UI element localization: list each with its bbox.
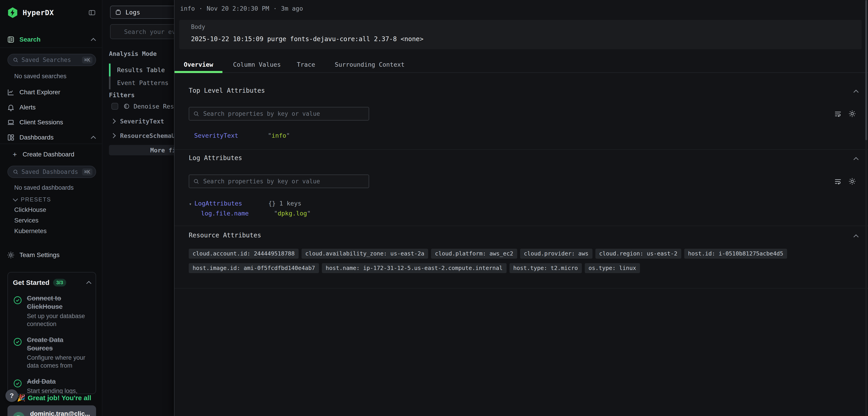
- filter-group-resourceschemaurl[interactable]: ResourceSchemaUrl: [112, 131, 182, 140]
- logs-source-icon: [115, 8, 122, 16]
- get-started-step-sources[interactable]: Create Data Sources Configure where your…: [13, 336, 91, 370]
- object-keys-meta: {} 1 keys: [268, 200, 301, 207]
- log-attributes-property-search[interactable]: [189, 175, 369, 188]
- congrats-message: 🎉 Great job! You're all: [17, 394, 91, 402]
- resource-attribute-pill[interactable]: cloud.availability_zone: us-east-2a: [302, 249, 428, 259]
- resource-attribute-pill[interactable]: os.type: linux: [585, 263, 640, 273]
- sidebar-item-team-settings[interactable]: Team Settings: [0, 250, 102, 260]
- sidebar-item-chart-explorer[interactable]: Chart Explorer: [0, 87, 102, 97]
- saved-dashboards-input[interactable]: Saved Dashboards ⌘K: [7, 166, 96, 178]
- sidebar-item-search[interactable]: Search: [0, 34, 102, 45]
- attribute-key[interactable]: LogAttributes: [194, 200, 242, 207]
- preset-services[interactable]: Services: [14, 217, 38, 224]
- chevron-up-icon[interactable]: [91, 38, 96, 43]
- chevron-right-icon: [111, 133, 116, 138]
- resource-attribute-pill[interactable]: cloud.account.id: 244449518788: [189, 249, 299, 259]
- check-circle-icon: [13, 294, 27, 328]
- tabs-divider: [175, 72, 868, 73]
- analysis-mode-label: Analysis Mode: [109, 50, 157, 57]
- severity-level: info: [180, 5, 195, 12]
- attribute-value[interactable]: "dpkg.log": [274, 210, 311, 217]
- denoise-checkbox[interactable]: [112, 103, 118, 110]
- party-icon: 🎉: [17, 394, 25, 402]
- attribute-value[interactable]: "info": [268, 132, 290, 139]
- event-timestamp: Nov 20 2:20:30 PM: [207, 5, 269, 12]
- sidebar-item-client-sessions[interactable]: Client Sessions: [0, 117, 102, 127]
- laptop-icon: [7, 118, 17, 126]
- filter-group-severitytext[interactable]: SeverityText: [112, 117, 164, 125]
- top-level-property-search[interactable]: [189, 107, 369, 120]
- line-chart-icon: [7, 88, 17, 96]
- scrollbar-thumb[interactable]: [865, 0, 867, 140]
- tab-overview[interactable]: Overview: [175, 61, 222, 68]
- sidebar-item-dashboards[interactable]: Dashboards: [0, 132, 102, 143]
- chevron-right-icon: [111, 119, 116, 124]
- preset-clickhouse[interactable]: ClickHouse: [14, 206, 46, 213]
- gear-icon: [7, 251, 17, 259]
- divider: [0, 48, 102, 48]
- mode-event-patterns[interactable]: Event Patterns: [109, 77, 168, 89]
- presets-toggle[interactable]: PRESETS: [13, 196, 51, 203]
- create-dashboard-button[interactable]: + Create Dashboard: [0, 149, 102, 159]
- wrap-lines-icon[interactable]: [834, 178, 842, 185]
- collapse-section-icon[interactable]: [854, 90, 859, 95]
- plus-icon: +: [13, 150, 20, 159]
- app-title[interactable]: HyperDX: [23, 8, 54, 17]
- get-started-step-add-data[interactable]: Add Data Start sending logs, metrics, or…: [13, 377, 91, 394]
- search-icon: [12, 57, 19, 63]
- search-icon: [193, 110, 199, 117]
- help-button[interactable]: ?: [5, 389, 18, 402]
- body-card: Body 2025-10-22 10:15:09 purge fonts-dej…: [179, 20, 862, 49]
- collapse-section-icon[interactable]: [854, 234, 859, 240]
- scrollbar-track[interactable]: [865, 0, 867, 416]
- get-started-title: Get Started: [13, 279, 50, 287]
- hyperdx-logo-icon[interactable]: [7, 7, 19, 19]
- resource-attribute-pill[interactable]: host.name: ip-172-31-12-5.us-east-2.comp…: [322, 263, 506, 273]
- settings-gear-icon[interactable]: [848, 110, 856, 118]
- resource-pills-row-1: cloud.account.id: 244449518788 cloud.ava…: [189, 249, 787, 259]
- tab-surrounding-context[interactable]: Surrounding Context: [335, 61, 405, 68]
- search-icon: [193, 178, 199, 185]
- hyperdx-app: HyperDX Search Saved Searches ⌘K No save…: [0, 0, 868, 416]
- dot-separator: ·: [273, 5, 277, 12]
- collapse-sidebar-icon[interactable]: [88, 9, 96, 17]
- chevron-up-icon[interactable]: [86, 281, 92, 286]
- collapse-section-icon[interactable]: [854, 157, 859, 162]
- attribute-key[interactable]: SeverityText: [194, 132, 238, 139]
- section-title-top-level-attributes: Top Level Attributes: [189, 87, 265, 94]
- tab-trace[interactable]: Trace: [297, 61, 315, 68]
- saved-searches-input[interactable]: Saved Searches ⌘K: [7, 54, 96, 66]
- resource-attribute-pill[interactable]: cloud.region: us-east-2: [595, 249, 681, 259]
- bell-icon: [7, 103, 17, 112]
- tab-column-values[interactable]: Column Values: [233, 61, 281, 68]
- resource-attribute-pill[interactable]: host.type: t2.micro: [509, 263, 582, 273]
- shortcut-badge: ⌘K: [82, 169, 93, 175]
- property-search-input[interactable]: [203, 178, 365, 185]
- sidebar-item-alerts[interactable]: Alerts: [0, 102, 102, 113]
- progress-badge: 3/3: [53, 279, 66, 287]
- user-profile-card[interactable]: D dominic.tran@clic... dominic.tran@clic…: [7, 405, 96, 416]
- tree-expand-caret[interactable]: ▾: [189, 201, 192, 207]
- chevron-down-icon: [13, 196, 18, 202]
- section-divider: [175, 226, 868, 226]
- get-started-card: Get Started 3/3 Connect to ClickHouse Se…: [7, 272, 96, 394]
- resource-attribute-pill[interactable]: host.id: i-0510b81275acbe4d5: [684, 249, 787, 259]
- wrap-lines-icon[interactable]: [834, 110, 842, 118]
- get-started-step-connect[interactable]: Connect to ClickHouse Set up your databa…: [13, 294, 91, 328]
- settings-gear-icon[interactable]: [848, 177, 856, 185]
- chevron-up-icon[interactable]: [91, 136, 96, 141]
- resource-attribute-pill[interactable]: host.image.id: ami-0f5fcdfbd140e4ab7: [189, 263, 319, 273]
- section-divider: [175, 149, 868, 150]
- dot-separator: ·: [199, 5, 203, 12]
- divider: [0, 144, 102, 144]
- resource-attribute-pill[interactable]: cloud.provider: aws: [520, 249, 592, 259]
- event-header: info · Nov 20 2:20:30 PM · 3m ago: [180, 5, 303, 12]
- property-search-input[interactable]: [203, 110, 365, 117]
- profile-name: dominic.tran@clic...: [30, 410, 87, 416]
- mode-results-table[interactable]: Results Table: [109, 63, 165, 77]
- preset-kubernetes[interactable]: Kubernetes: [14, 228, 46, 235]
- filters-label: Filters: [109, 92, 135, 98]
- resource-attribute-pill[interactable]: cloud.platform: aws_ec2: [431, 249, 517, 259]
- attribute-key[interactable]: log.file.name: [201, 210, 249, 217]
- active-tab-underline: [175, 71, 222, 73]
